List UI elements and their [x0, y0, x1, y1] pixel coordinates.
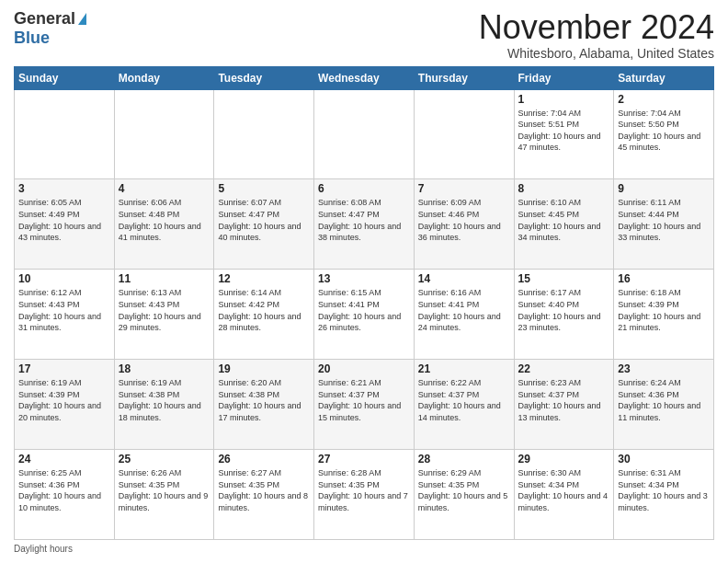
calendar-week-row: 24Sunrise: 6:25 AMSunset: 4:36 PMDayligh…	[15, 450, 714, 540]
calendar-cell: 17Sunrise: 6:19 AMSunset: 4:39 PMDayligh…	[15, 360, 115, 450]
day-info: Sunrise: 6:16 AMSunset: 4:41 PMDaylight:…	[418, 287, 510, 333]
day-info: Sunrise: 6:23 AMSunset: 4:37 PMDaylight:…	[518, 377, 610, 423]
calendar-cell: 26Sunrise: 6:27 AMSunset: 4:35 PMDayligh…	[214, 450, 314, 540]
day-info: Sunrise: 6:09 AMSunset: 4:46 PMDaylight:…	[418, 197, 510, 243]
day-info: Sunrise: 6:15 AMSunset: 4:41 PMDaylight:…	[318, 287, 410, 333]
day-number: 1	[518, 93, 610, 106]
calendar-cell: 9Sunrise: 6:11 AMSunset: 4:44 PMDaylight…	[614, 179, 714, 270]
day-number: 18	[119, 362, 210, 375]
day-info: Sunrise: 6:26 AMSunset: 4:35 PMDaylight:…	[119, 467, 210, 513]
day-info: Sunrise: 6:19 AMSunset: 4:39 PMDaylight:…	[18, 377, 110, 423]
day-info: Sunrise: 7:04 AMSunset: 5:50 PMDaylight:…	[618, 108, 710, 154]
footer-note: Daylight hours	[14, 544, 714, 554]
day-number: 14	[418, 272, 510, 285]
calendar-week-row: 3Sunrise: 6:05 AMSunset: 4:49 PMDaylight…	[15, 179, 714, 270]
month-title: November 2024	[479, 9, 714, 46]
logo: General Blue	[14, 9, 86, 48]
calendar-cell: 11Sunrise: 6:13 AMSunset: 4:43 PMDayligh…	[114, 270, 214, 360]
day-number: 22	[518, 362, 610, 375]
calendar-week-row: 17Sunrise: 6:19 AMSunset: 4:39 PMDayligh…	[15, 360, 714, 450]
calendar-header-sunday: Sunday	[15, 66, 115, 89]
calendar-cell	[314, 89, 415, 179]
day-info: Sunrise: 6:14 AMSunset: 4:42 PMDaylight:…	[218, 287, 310, 333]
calendar-cell	[114, 89, 214, 179]
day-info: Sunrise: 6:21 AMSunset: 4:37 PMDaylight:…	[318, 377, 410, 423]
day-info: Sunrise: 7:04 AMSunset: 5:51 PMDaylight:…	[518, 108, 610, 154]
calendar-header-row: SundayMondayTuesdayWednesdayThursdayFrid…	[15, 66, 714, 89]
calendar-week-row: 10Sunrise: 6:12 AMSunset: 4:43 PMDayligh…	[15, 270, 714, 360]
calendar-cell: 8Sunrise: 6:10 AMSunset: 4:45 PMDaylight…	[514, 179, 614, 270]
day-number: 4	[119, 182, 210, 195]
day-info: Sunrise: 6:11 AMSunset: 4:44 PMDaylight:…	[618, 197, 710, 243]
calendar-header-monday: Monday	[114, 66, 214, 89]
calendar-cell: 25Sunrise: 6:26 AMSunset: 4:35 PMDayligh…	[114, 450, 214, 540]
calendar-cell: 30Sunrise: 6:31 AMSunset: 4:34 PMDayligh…	[614, 450, 714, 540]
day-info: Sunrise: 6:07 AMSunset: 4:47 PMDaylight:…	[218, 197, 310, 243]
day-number: 5	[218, 182, 310, 195]
day-number: 26	[218, 453, 310, 465]
calendar-cell	[414, 89, 514, 179]
calendar-cell: 18Sunrise: 6:19 AMSunset: 4:38 PMDayligh…	[114, 360, 214, 450]
calendar-cell: 4Sunrise: 6:06 AMSunset: 4:48 PMDaylight…	[114, 179, 214, 270]
day-number: 25	[119, 453, 210, 465]
day-number: 28	[418, 453, 510, 465]
calendar-cell: 5Sunrise: 6:07 AMSunset: 4:47 PMDaylight…	[214, 179, 314, 270]
calendar-cell: 19Sunrise: 6:20 AMSunset: 4:38 PMDayligh…	[214, 360, 314, 450]
calendar-cell: 6Sunrise: 6:08 AMSunset: 4:47 PMDaylight…	[314, 179, 415, 270]
day-info: Sunrise: 6:27 AMSunset: 4:35 PMDaylight:…	[218, 467, 310, 513]
day-info: Sunrise: 6:22 AMSunset: 4:37 PMDaylight:…	[418, 377, 510, 423]
logo-blue: Blue	[14, 29, 50, 48]
calendar-table: SundayMondayTuesdayWednesdayThursdayFrid…	[14, 66, 714, 540]
calendar-cell: 2Sunrise: 7:04 AMSunset: 5:50 PMDaylight…	[614, 89, 714, 179]
location: Whitesboro, Alabama, United States	[479, 46, 714, 61]
day-info: Sunrise: 6:12 AMSunset: 4:43 PMDaylight:…	[18, 287, 110, 333]
calendar-cell: 28Sunrise: 6:29 AMSunset: 4:35 PMDayligh…	[414, 450, 514, 540]
day-number: 2	[618, 93, 710, 106]
day-number: 20	[318, 362, 410, 375]
header: General Blue November 2024 Whitesboro, A…	[14, 9, 714, 61]
day-info: Sunrise: 6:24 AMSunset: 4:36 PMDaylight:…	[618, 377, 710, 423]
day-info: Sunrise: 6:25 AMSunset: 4:36 PMDaylight:…	[18, 467, 110, 513]
day-number: 6	[318, 182, 410, 195]
day-info: Sunrise: 6:08 AMSunset: 4:47 PMDaylight:…	[318, 197, 410, 243]
calendar-header-saturday: Saturday	[614, 66, 714, 89]
day-number: 10	[18, 272, 110, 285]
day-number: 15	[518, 272, 610, 285]
day-number: 30	[618, 453, 710, 465]
calendar-cell: 1Sunrise: 7:04 AMSunset: 5:51 PMDaylight…	[514, 89, 614, 179]
day-info: Sunrise: 6:19 AMSunset: 4:38 PMDaylight:…	[119, 377, 210, 423]
day-info: Sunrise: 6:29 AMSunset: 4:35 PMDaylight:…	[418, 467, 510, 513]
day-number: 8	[518, 182, 610, 195]
calendar-cell: 16Sunrise: 6:18 AMSunset: 4:39 PMDayligh…	[614, 270, 714, 360]
calendar-cell: 13Sunrise: 6:15 AMSunset: 4:41 PMDayligh…	[314, 270, 415, 360]
day-number: 3	[18, 182, 110, 195]
day-info: Sunrise: 6:17 AMSunset: 4:40 PMDaylight:…	[518, 287, 610, 333]
calendar-cell: 29Sunrise: 6:30 AMSunset: 4:34 PMDayligh…	[514, 450, 614, 540]
day-number: 27	[318, 453, 410, 465]
calendar-header-tuesday: Tuesday	[214, 66, 314, 89]
calendar-cell: 3Sunrise: 6:05 AMSunset: 4:49 PMDaylight…	[15, 179, 115, 270]
calendar-cell: 20Sunrise: 6:21 AMSunset: 4:37 PMDayligh…	[314, 360, 415, 450]
logo-triangle-icon	[78, 13, 86, 25]
calendar-cell: 23Sunrise: 6:24 AMSunset: 4:36 PMDayligh…	[614, 360, 714, 450]
calendar-cell: 10Sunrise: 6:12 AMSunset: 4:43 PMDayligh…	[15, 270, 115, 360]
day-info: Sunrise: 6:18 AMSunset: 4:39 PMDaylight:…	[618, 287, 710, 333]
day-number: 21	[418, 362, 510, 375]
title-section: November 2024 Whitesboro, Alabama, Unite…	[479, 9, 714, 61]
day-number: 19	[218, 362, 310, 375]
day-number: 13	[318, 272, 410, 285]
calendar-header-wednesday: Wednesday	[314, 66, 415, 89]
calendar-cell	[15, 89, 115, 179]
day-info: Sunrise: 6:30 AMSunset: 4:34 PMDaylight:…	[518, 467, 610, 513]
day-number: 17	[18, 362, 110, 375]
calendar-cell: 21Sunrise: 6:22 AMSunset: 4:37 PMDayligh…	[414, 360, 514, 450]
calendar-cell: 27Sunrise: 6:28 AMSunset: 4:35 PMDayligh…	[314, 450, 415, 540]
calendar-cell	[214, 89, 314, 179]
day-info: Sunrise: 6:20 AMSunset: 4:38 PMDaylight:…	[218, 377, 310, 423]
day-info: Sunrise: 6:06 AMSunset: 4:48 PMDaylight:…	[119, 197, 210, 243]
day-number: 7	[418, 182, 510, 195]
day-info: Sunrise: 6:13 AMSunset: 4:43 PMDaylight:…	[119, 287, 210, 333]
day-number: 11	[119, 272, 210, 285]
day-number: 24	[18, 453, 110, 465]
day-number: 12	[218, 272, 310, 285]
